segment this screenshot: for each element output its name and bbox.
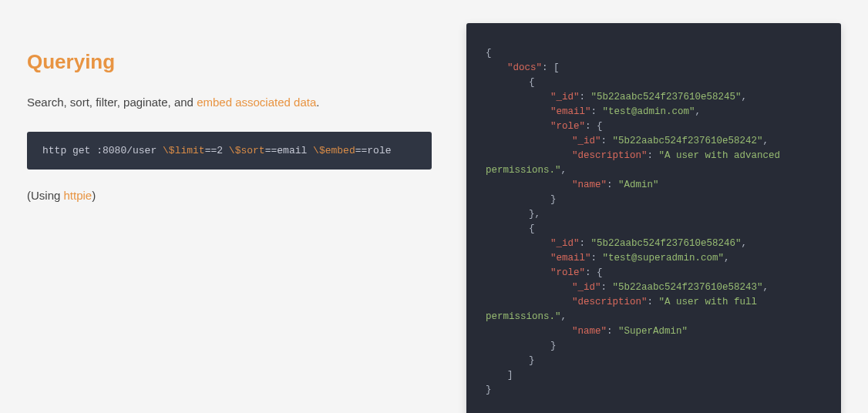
json-pun: : (580, 238, 591, 249)
json-line: ] (486, 368, 822, 383)
json-line: "_id": "5b22aabc524f237610e58242", (486, 134, 822, 149)
json-str: "Admin" (618, 180, 659, 190)
json-pun: { (529, 77, 535, 88)
json-key: "role" (550, 267, 585, 278)
left-column: Querying Search, sort, filter, paginate,… (27, 23, 432, 202)
json-pun: : { (585, 121, 603, 132)
json-key: "email" (550, 106, 591, 117)
json-line: { (486, 76, 822, 90)
cmd-param: \$sort (229, 145, 265, 156)
json-line: "_id": "5b22aabc524f237610e58246", (486, 237, 822, 251)
json-pun: : { (585, 267, 603, 278)
json-pun: }, (529, 209, 540, 220)
embed-data-link[interactable]: embed associated data (197, 96, 316, 109)
json-pun: { (529, 223, 535, 234)
cmd-param: \$limit (163, 145, 205, 156)
json-pun: , (763, 136, 769, 146)
cmd-text: http get :8080/user (42, 145, 163, 156)
cmd-text: ==role (355, 145, 392, 156)
json-key: "role" (550, 121, 585, 132)
json-pun: , (742, 238, 748, 249)
json-line: "role": { (486, 119, 822, 134)
json-pun: } (550, 341, 557, 351)
json-key: "description" (572, 150, 648, 161)
json-pun: : (607, 326, 618, 337)
json-pun: : (580, 92, 591, 102)
json-line: { (486, 222, 822, 237)
json-line: "email": "test@superadmin.com", (486, 251, 822, 266)
json-str: "5b22aabc524f237610e58246" (591, 238, 742, 249)
json-line: "role": { (486, 266, 822, 280)
json-key: "_id" (572, 136, 601, 146)
cmd-text: ==2 (205, 145, 229, 156)
json-pun: } (550, 194, 557, 205)
right-column: {"docs": [{"_id": "5b22aabc524f237610e58… (466, 23, 841, 413)
json-pun: , (763, 282, 769, 293)
note-suffix: ) (92, 189, 96, 202)
json-line: "description": "A user with full permiss… (486, 295, 822, 324)
cmd-text: ==email (265, 145, 313, 156)
json-str: "5b22aabc524f237610e58242" (613, 136, 763, 146)
httpie-link[interactable]: httpie (64, 189, 93, 202)
json-line: "email": "test@admin.com", (486, 105, 822, 119)
json-line: "name": "Admin" (486, 178, 822, 193)
json-pun: , (695, 106, 701, 117)
note-prefix: (Using (27, 189, 64, 202)
description-text: Search, sort, filter, paginate, and embe… (27, 96, 432, 109)
json-pun: } (529, 355, 535, 366)
json-key: "_id" (550, 238, 580, 249)
json-pun: , (561, 311, 567, 322)
json-line: } (486, 354, 822, 368)
json-key: "description" (572, 297, 648, 307)
json-pun: : [ (542, 62, 560, 73)
json-key: "_id" (550, 92, 580, 102)
usage-note: (Using httpie) (27, 189, 432, 202)
json-output-block: {"docs": [{"_id": "5b22aabc524f237610e58… (466, 23, 841, 413)
json-line: "description": "A user with advanced per… (486, 149, 822, 178)
json-pun: : (591, 253, 603, 264)
desc-prefix: Search, sort, filter, paginate, and (27, 96, 197, 109)
json-line: { (486, 46, 822, 61)
command-code-block: http get :8080/user \$limit==2 \$sort==e… (27, 132, 432, 170)
json-pun: : (601, 136, 613, 146)
json-line: "name": "SuperAdmin" (486, 324, 822, 339)
json-str: "SuperAdmin" (618, 326, 688, 337)
json-line: "_id": "5b22aabc524f237610e58243", (486, 280, 822, 295)
json-pun: : (648, 150, 659, 161)
desc-suffix: . (316, 96, 319, 109)
cmd-param: \$embed (313, 145, 355, 156)
json-key: "email" (550, 253, 591, 264)
json-pun: } (486, 384, 492, 395)
json-pun: : (607, 180, 618, 190)
json-pun: , (561, 165, 567, 176)
json-line: "docs": [ (486, 61, 822, 76)
json-str: "test@superadmin.com" (603, 253, 725, 264)
json-str: "test@admin.com" (603, 106, 695, 117)
json-key: "_id" (572, 282, 601, 293)
json-key: "name" (572, 326, 607, 337)
json-line: } (486, 193, 822, 207)
page-layout: Querying Search, sort, filter, paginate,… (27, 23, 841, 413)
json-line: }, (486, 207, 822, 222)
json-pun: : (648, 297, 659, 307)
json-str: "5b22aabc524f237610e58243" (613, 282, 763, 293)
json-str: "5b22aabc524f237610e58245" (591, 92, 742, 102)
json-pun: , (724, 253, 730, 264)
json-pun: : (601, 282, 613, 293)
json-pun: { (486, 48, 492, 59)
json-key: "name" (572, 180, 607, 190)
json-line: "_id": "5b22aabc524f237610e58245", (486, 90, 822, 105)
json-line: } (486, 383, 822, 398)
json-pun: , (742, 92, 748, 102)
json-pun: : (591, 106, 603, 117)
json-line: } (486, 339, 822, 354)
json-key: "docs" (507, 62, 542, 73)
json-pun: ] (507, 370, 513, 381)
section-heading: Querying (27, 50, 432, 74)
